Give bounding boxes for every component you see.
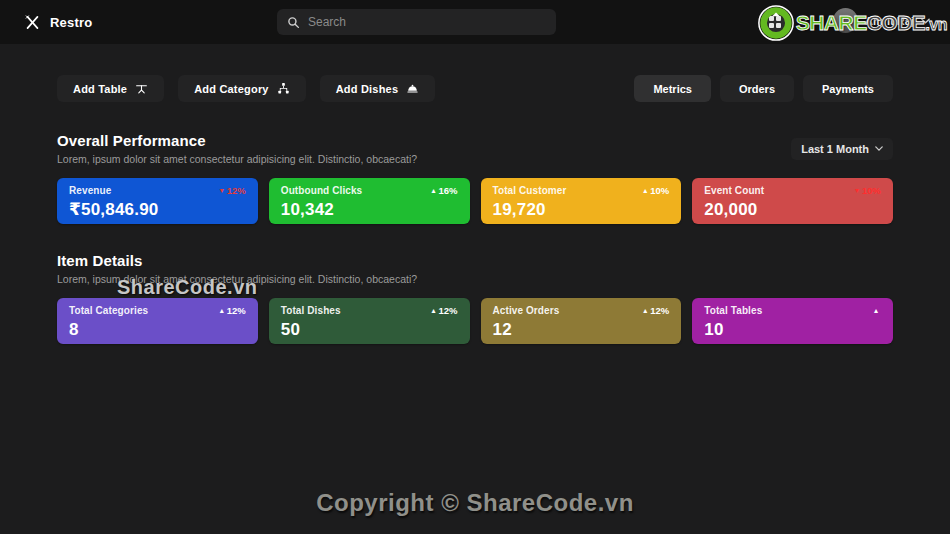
avatar — [833, 8, 858, 33]
card-label: Total Customer — [493, 185, 567, 196]
card-label: Total Dishes — [281, 305, 341, 316]
delta-badge: ▴ — [874, 307, 881, 315]
search-input[interactable] — [308, 15, 546, 29]
toolbar: Add Table Add Category Add Dishes — [57, 75, 893, 102]
card-value: 12 — [493, 321, 670, 338]
delta-value: 12% — [650, 305, 669, 316]
delta-value: 12% — [227, 185, 246, 196]
search-icon — [287, 16, 300, 29]
add-table-label: Add Table — [73, 83, 127, 95]
delta-badge: ▴12% — [431, 305, 457, 316]
time-filter-dropdown[interactable]: Last 1 Month — [791, 138, 893, 160]
card-value: 50 — [281, 321, 458, 338]
card-value: 10,342 — [281, 201, 458, 218]
chevron-down-icon — [921, 18, 930, 24]
metric-card-outbound-clicks: Outbound Clicks ▴16% 10,342 — [269, 178, 470, 224]
caret-down-icon: ▾ — [220, 187, 224, 195]
sharecode-footer-watermark: Copyright © ShareCode.vn — [0, 489, 950, 517]
card-value: 8 — [69, 321, 246, 338]
delta-badge: ▴12% — [643, 305, 669, 316]
delta-value: 10% — [862, 185, 881, 196]
delta-badge: ▾10% — [855, 185, 881, 196]
user-menu[interactable]: Amrit Raj — [833, 8, 930, 33]
section-subtitle: Lorem, ipsum dolor sit amet consectetur … — [57, 273, 417, 285]
time-filter-label: Last 1 Month — [801, 143, 869, 155]
item-details-titles: Item Details Lorem, ipsum dolor sit amet… — [57, 252, 417, 285]
section-title: Overall Performance — [57, 132, 417, 149]
card-label: Event Count — [704, 185, 764, 196]
item-details-cards: Total Categories ▴12% 8 Total Dishes ▴12… — [57, 298, 893, 344]
card-value: 10 — [704, 321, 881, 338]
view-tabs: Metrics Orders Payments — [634, 75, 893, 102]
caret-down-icon: ▾ — [855, 187, 859, 195]
item-details-header: Item Details Lorem, ipsum dolor sit amet… — [57, 252, 893, 285]
top-nav: Restro Amrit Raj — [0, 0, 950, 44]
tab-metrics[interactable]: Metrics — [634, 75, 711, 102]
caret-up-icon: ▴ — [431, 187, 435, 195]
delta-badge: ▴16% — [431, 185, 457, 196]
metric-card-total-dishes: Total Dishes ▴12% 50 — [269, 298, 470, 344]
metric-card-total-tables: Total Tables ▴ 10 — [692, 298, 893, 344]
tab-orders[interactable]: Orders — [720, 75, 794, 102]
table-icon — [135, 82, 148, 95]
delta-badge: ▾12% — [220, 185, 246, 196]
delta-badge: ▴12% — [220, 305, 246, 316]
grid-icon — [769, 16, 781, 28]
overall-performance-header: Overall Performance Lorem, ipsum dolor s… — [57, 132, 893, 165]
user-name: Amrit Raj — [865, 15, 914, 27]
brand-name: Restro — [50, 15, 92, 30]
overall-performance-titles: Overall Performance Lorem, ipsum dolor s… — [57, 132, 417, 165]
card-value: 20,000 — [704, 201, 881, 218]
tab-payments[interactable]: Payments — [803, 75, 893, 102]
card-label: Total Categories — [69, 305, 148, 316]
chevron-down-icon — [875, 146, 883, 151]
apps-grid-button[interactable] — [762, 9, 788, 35]
cloche-icon — [406, 82, 419, 95]
search-bar — [277, 9, 556, 35]
metric-card-total-customer: Total Customer ▴10% 19,720 — [481, 178, 682, 224]
delta-value: 12% — [227, 305, 246, 316]
card-label: Outbound Clicks — [281, 185, 363, 196]
caret-up-icon: ▴ — [643, 307, 647, 315]
delta-badge: ▴10% — [643, 185, 669, 196]
section-title: Item Details — [57, 252, 417, 269]
card-value: ₹50,846.90 — [69, 201, 246, 218]
caret-up-icon: ▴ — [874, 307, 878, 315]
add-table-button[interactable]: Add Table — [57, 75, 164, 102]
card-label: Revenue — [69, 185, 111, 196]
crossed-utensils-icon — [24, 14, 41, 31]
add-category-label: Add Category — [194, 83, 269, 95]
brand[interactable]: Restro — [24, 14, 92, 31]
add-category-button[interactable]: Add Category — [178, 75, 306, 102]
main-content: Add Table Add Category Add Dishes — [0, 75, 950, 344]
add-dishes-label: Add Dishes — [336, 83, 399, 95]
category-icon — [277, 82, 290, 95]
section-subtitle: Lorem, ipsum dolor sit amet consectetur … — [57, 153, 417, 165]
card-value: 19,720 — [493, 201, 670, 218]
card-label: Active Orders — [493, 305, 560, 316]
metric-card-total-categories: Total Categories ▴12% 8 — [57, 298, 258, 344]
metric-card-event-count: Event Count ▾10% 20,000 — [692, 178, 893, 224]
caret-up-icon: ▴ — [643, 187, 647, 195]
delta-value: 12% — [438, 305, 457, 316]
overall-performance-cards: Revenue ▾12% ₹50,846.90 Outbound Clicks … — [57, 178, 893, 224]
add-dishes-button[interactable]: Add Dishes — [320, 75, 436, 102]
delta-value: 16% — [438, 185, 457, 196]
caret-up-icon: ▴ — [431, 307, 435, 315]
delta-value: 10% — [650, 185, 669, 196]
metric-card-active-orders: Active Orders ▴12% 12 — [481, 298, 682, 344]
metric-card-revenue: Revenue ▾12% ₹50,846.90 — [57, 178, 258, 224]
card-label: Total Tables — [704, 305, 762, 316]
caret-up-icon: ▴ — [220, 307, 224, 315]
